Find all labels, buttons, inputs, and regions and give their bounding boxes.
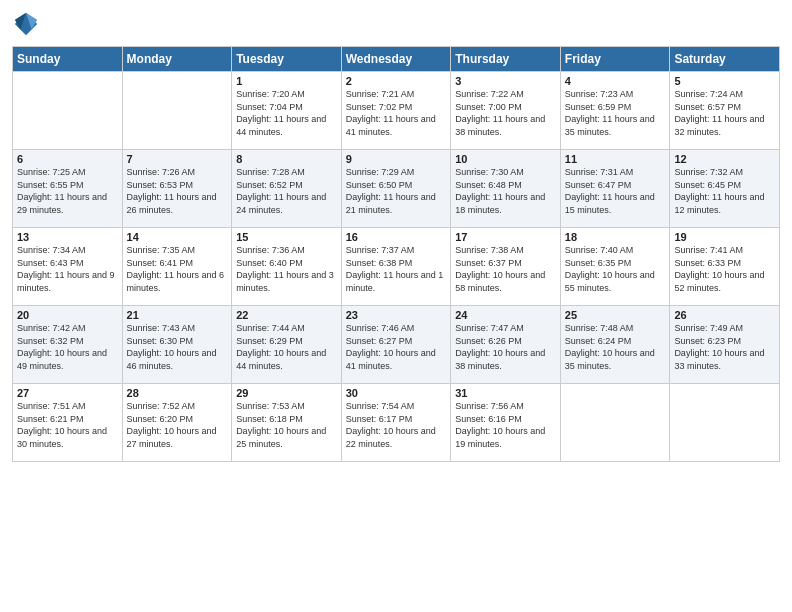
day-number: 22	[236, 309, 337, 321]
calendar-cell: 11Sunrise: 7:31 AM Sunset: 6:47 PM Dayli…	[560, 150, 670, 228]
calendar-cell: 12Sunrise: 7:32 AM Sunset: 6:45 PM Dayli…	[670, 150, 780, 228]
day-number: 16	[346, 231, 447, 243]
day-info: Sunrise: 7:28 AM Sunset: 6:52 PM Dayligh…	[236, 166, 337, 216]
calendar-cell: 17Sunrise: 7:38 AM Sunset: 6:37 PM Dayli…	[451, 228, 561, 306]
calendar-cell: 6Sunrise: 7:25 AM Sunset: 6:55 PM Daylig…	[13, 150, 123, 228]
day-info: Sunrise: 7:24 AM Sunset: 6:57 PM Dayligh…	[674, 88, 775, 138]
calendar-cell: 8Sunrise: 7:28 AM Sunset: 6:52 PM Daylig…	[232, 150, 342, 228]
day-number: 17	[455, 231, 556, 243]
calendar-cell: 7Sunrise: 7:26 AM Sunset: 6:53 PM Daylig…	[122, 150, 232, 228]
day-number: 31	[455, 387, 556, 399]
header-day-thursday: Thursday	[451, 47, 561, 72]
logo-area	[12, 10, 42, 38]
calendar-cell: 9Sunrise: 7:29 AM Sunset: 6:50 PM Daylig…	[341, 150, 451, 228]
day-number: 6	[17, 153, 118, 165]
day-number: 5	[674, 75, 775, 87]
day-info: Sunrise: 7:43 AM Sunset: 6:30 PM Dayligh…	[127, 322, 228, 372]
day-info: Sunrise: 7:52 AM Sunset: 6:20 PM Dayligh…	[127, 400, 228, 450]
day-number: 20	[17, 309, 118, 321]
calendar-cell	[560, 384, 670, 462]
day-info: Sunrise: 7:53 AM Sunset: 6:18 PM Dayligh…	[236, 400, 337, 450]
calendar-table: SundayMondayTuesdayWednesdayThursdayFrid…	[12, 46, 780, 462]
calendar-cell: 3Sunrise: 7:22 AM Sunset: 7:00 PM Daylig…	[451, 72, 561, 150]
calendar-cell: 29Sunrise: 7:53 AM Sunset: 6:18 PM Dayli…	[232, 384, 342, 462]
calendar-cell: 28Sunrise: 7:52 AM Sunset: 6:20 PM Dayli…	[122, 384, 232, 462]
day-info: Sunrise: 7:56 AM Sunset: 6:16 PM Dayligh…	[455, 400, 556, 450]
week-row-3: 13Sunrise: 7:34 AM Sunset: 6:43 PM Dayli…	[13, 228, 780, 306]
day-info: Sunrise: 7:32 AM Sunset: 6:45 PM Dayligh…	[674, 166, 775, 216]
day-number: 18	[565, 231, 666, 243]
calendar-cell	[670, 384, 780, 462]
page-container: SundayMondayTuesdayWednesdayThursdayFrid…	[0, 0, 792, 470]
calendar-cell: 20Sunrise: 7:42 AM Sunset: 6:32 PM Dayli…	[13, 306, 123, 384]
calendar-cell	[13, 72, 123, 150]
day-info: Sunrise: 7:22 AM Sunset: 7:00 PM Dayligh…	[455, 88, 556, 138]
day-info: Sunrise: 7:44 AM Sunset: 6:29 PM Dayligh…	[236, 322, 337, 372]
day-number: 28	[127, 387, 228, 399]
calendar-cell: 19Sunrise: 7:41 AM Sunset: 6:33 PM Dayli…	[670, 228, 780, 306]
logo-icon	[12, 10, 40, 38]
day-info: Sunrise: 7:25 AM Sunset: 6:55 PM Dayligh…	[17, 166, 118, 216]
header-row	[12, 10, 780, 38]
day-info: Sunrise: 7:35 AM Sunset: 6:41 PM Dayligh…	[127, 244, 228, 294]
day-info: Sunrise: 7:42 AM Sunset: 6:32 PM Dayligh…	[17, 322, 118, 372]
day-info: Sunrise: 7:34 AM Sunset: 6:43 PM Dayligh…	[17, 244, 118, 294]
day-info: Sunrise: 7:51 AM Sunset: 6:21 PM Dayligh…	[17, 400, 118, 450]
day-info: Sunrise: 7:40 AM Sunset: 6:35 PM Dayligh…	[565, 244, 666, 294]
day-info: Sunrise: 7:49 AM Sunset: 6:23 PM Dayligh…	[674, 322, 775, 372]
calendar-cell: 31Sunrise: 7:56 AM Sunset: 6:16 PM Dayli…	[451, 384, 561, 462]
day-number: 12	[674, 153, 775, 165]
calendar-cell: 2Sunrise: 7:21 AM Sunset: 7:02 PM Daylig…	[341, 72, 451, 150]
day-number: 26	[674, 309, 775, 321]
calendar-cell: 1Sunrise: 7:20 AM Sunset: 7:04 PM Daylig…	[232, 72, 342, 150]
calendar-cell	[122, 72, 232, 150]
day-number: 25	[565, 309, 666, 321]
day-info: Sunrise: 7:31 AM Sunset: 6:47 PM Dayligh…	[565, 166, 666, 216]
week-row-1: 1Sunrise: 7:20 AM Sunset: 7:04 PM Daylig…	[13, 72, 780, 150]
day-number: 7	[127, 153, 228, 165]
header-day-friday: Friday	[560, 47, 670, 72]
week-row-2: 6Sunrise: 7:25 AM Sunset: 6:55 PM Daylig…	[13, 150, 780, 228]
calendar-cell: 24Sunrise: 7:47 AM Sunset: 6:26 PM Dayli…	[451, 306, 561, 384]
week-row-5: 27Sunrise: 7:51 AM Sunset: 6:21 PM Dayli…	[13, 384, 780, 462]
day-number: 24	[455, 309, 556, 321]
header-day-monday: Monday	[122, 47, 232, 72]
calendar-cell: 14Sunrise: 7:35 AM Sunset: 6:41 PM Dayli…	[122, 228, 232, 306]
calendar-header: SundayMondayTuesdayWednesdayThursdayFrid…	[13, 47, 780, 72]
day-info: Sunrise: 7:30 AM Sunset: 6:48 PM Dayligh…	[455, 166, 556, 216]
calendar-cell: 26Sunrise: 7:49 AM Sunset: 6:23 PM Dayli…	[670, 306, 780, 384]
day-number: 14	[127, 231, 228, 243]
day-info: Sunrise: 7:29 AM Sunset: 6:50 PM Dayligh…	[346, 166, 447, 216]
week-row-4: 20Sunrise: 7:42 AM Sunset: 6:32 PM Dayli…	[13, 306, 780, 384]
calendar-cell: 16Sunrise: 7:37 AM Sunset: 6:38 PM Dayli…	[341, 228, 451, 306]
calendar-cell: 21Sunrise: 7:43 AM Sunset: 6:30 PM Dayli…	[122, 306, 232, 384]
day-number: 3	[455, 75, 556, 87]
day-info: Sunrise: 7:54 AM Sunset: 6:17 PM Dayligh…	[346, 400, 447, 450]
day-info: Sunrise: 7:23 AM Sunset: 6:59 PM Dayligh…	[565, 88, 666, 138]
header-day-tuesday: Tuesday	[232, 47, 342, 72]
day-number: 2	[346, 75, 447, 87]
day-info: Sunrise: 7:38 AM Sunset: 6:37 PM Dayligh…	[455, 244, 556, 294]
calendar-cell: 25Sunrise: 7:48 AM Sunset: 6:24 PM Dayli…	[560, 306, 670, 384]
day-number: 19	[674, 231, 775, 243]
day-info: Sunrise: 7:48 AM Sunset: 6:24 PM Dayligh…	[565, 322, 666, 372]
calendar-cell: 4Sunrise: 7:23 AM Sunset: 6:59 PM Daylig…	[560, 72, 670, 150]
calendar-cell: 5Sunrise: 7:24 AM Sunset: 6:57 PM Daylig…	[670, 72, 780, 150]
day-number: 8	[236, 153, 337, 165]
day-info: Sunrise: 7:41 AM Sunset: 6:33 PM Dayligh…	[674, 244, 775, 294]
calendar-cell: 18Sunrise: 7:40 AM Sunset: 6:35 PM Dayli…	[560, 228, 670, 306]
day-info: Sunrise: 7:46 AM Sunset: 6:27 PM Dayligh…	[346, 322, 447, 372]
calendar-cell: 15Sunrise: 7:36 AM Sunset: 6:40 PM Dayli…	[232, 228, 342, 306]
calendar-cell: 10Sunrise: 7:30 AM Sunset: 6:48 PM Dayli…	[451, 150, 561, 228]
header-day-saturday: Saturday	[670, 47, 780, 72]
header-row-days: SundayMondayTuesdayWednesdayThursdayFrid…	[13, 47, 780, 72]
calendar-cell: 13Sunrise: 7:34 AM Sunset: 6:43 PM Dayli…	[13, 228, 123, 306]
header-day-wednesday: Wednesday	[341, 47, 451, 72]
header-day-sunday: Sunday	[13, 47, 123, 72]
day-number: 27	[17, 387, 118, 399]
day-info: Sunrise: 7:47 AM Sunset: 6:26 PM Dayligh…	[455, 322, 556, 372]
calendar-cell: 30Sunrise: 7:54 AM Sunset: 6:17 PM Dayli…	[341, 384, 451, 462]
calendar-body: 1Sunrise: 7:20 AM Sunset: 7:04 PM Daylig…	[13, 72, 780, 462]
day-number: 11	[565, 153, 666, 165]
day-info: Sunrise: 7:20 AM Sunset: 7:04 PM Dayligh…	[236, 88, 337, 138]
